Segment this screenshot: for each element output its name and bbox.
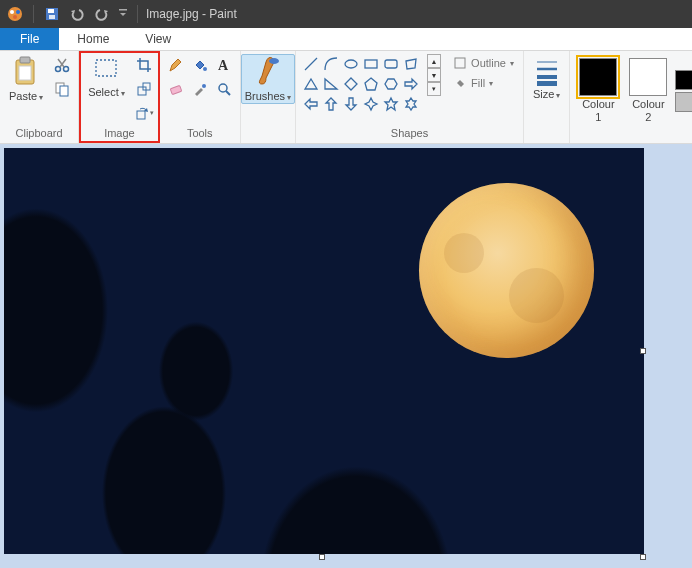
image-moon <box>419 183 594 358</box>
outline-menu[interactable]: Outline ▾ <box>449 54 518 72</box>
fill-menu[interactable]: Fill ▾ <box>449 74 518 92</box>
resize-handle-corner[interactable] <box>640 554 646 560</box>
canvas-area <box>0 144 692 554</box>
crop-icon[interactable] <box>133 54 155 76</box>
shape-diamond-icon <box>341 74 361 94</box>
colour2-swatch <box>629 58 667 96</box>
ribbon-tabs: File Home View <box>0 28 692 51</box>
svg-rect-7 <box>119 9 127 11</box>
shape-oval-icon <box>341 54 361 74</box>
magnifier-icon[interactable] <box>213 78 235 100</box>
colour-palette <box>675 70 692 112</box>
brushes-label: Brushes <box>245 90 291 102</box>
svg-rect-5 <box>48 9 54 13</box>
tab-view[interactable]: View <box>127 28 189 50</box>
shape-pentagon-icon <box>361 74 381 94</box>
paste-label: Paste <box>9 90 43 102</box>
outline-label: Outline <box>471 57 506 69</box>
shape-hexagon-icon <box>381 74 401 94</box>
redo-icon[interactable] <box>91 3 113 25</box>
select-button[interactable]: Select <box>84 54 129 100</box>
svg-rect-9 <box>20 57 30 63</box>
group-colours: Colour 1 Colour 2 <box>570 51 692 143</box>
canvas[interactable] <box>4 148 644 554</box>
svg-point-22 <box>202 84 206 88</box>
qat-customize-icon[interactable] <box>116 3 130 25</box>
swatch-lightgrey[interactable] <box>675 92 692 112</box>
shape-arrow-down-icon <box>341 94 361 114</box>
svg-rect-28 <box>455 58 465 68</box>
group-brushes: Brushes <box>241 51 296 143</box>
shape-rect-icon <box>361 54 381 74</box>
quick-access-toolbar <box>4 3 142 25</box>
clipboard-group-label: Clipboard <box>5 127 73 141</box>
colour1-button[interactable]: Colour 1 <box>575 56 621 124</box>
size-label: Size <box>533 88 560 100</box>
colour2-button[interactable]: Colour 2 <box>625 56 671 124</box>
shape-arrow-left-icon <box>301 94 321 114</box>
svg-point-11 <box>56 67 61 72</box>
title-bar: Image.jpg - Paint <box>0 0 692 28</box>
copy-icon[interactable] <box>51 78 73 100</box>
shape-right-triangle-icon <box>321 74 341 94</box>
svg-point-24 <box>269 58 279 64</box>
resize-icon[interactable] <box>133 78 155 100</box>
group-size: Size <box>524 51 570 143</box>
shapes-gallery[interactable] <box>301 54 421 114</box>
shape-star4-icon <box>361 94 381 114</box>
svg-rect-15 <box>96 60 116 76</box>
swatch-black[interactable] <box>675 70 692 90</box>
colour1-swatch <box>579 58 617 96</box>
text-icon[interactable]: A <box>213 54 235 76</box>
colour2-label: Colour 2 <box>629 98 667 122</box>
resize-handle-right[interactable] <box>640 348 646 354</box>
brushes-button[interactable]: Brushes <box>241 54 295 104</box>
shape-star6-icon <box>401 94 421 114</box>
shapes-more-icon[interactable]: ▾ <box>427 82 441 96</box>
svg-point-23 <box>219 84 227 92</box>
eraser-icon[interactable] <box>165 78 187 100</box>
cut-icon[interactable] <box>51 54 73 76</box>
shape-curve-icon <box>321 54 341 74</box>
image-group-label: Image <box>84 127 155 141</box>
ribbon: Paste Clipboard Select ▾ Image <box>0 51 692 144</box>
group-clipboard: Paste Clipboard <box>0 51 79 143</box>
resize-handle-bottom[interactable] <box>319 554 325 560</box>
shapes-scroll-down-icon[interactable]: ▼ <box>427 68 441 82</box>
rotate-icon[interactable]: ▾ <box>133 102 155 124</box>
fill-label: Fill <box>471 77 485 89</box>
save-icon[interactable] <box>41 3 63 25</box>
tools-group-label: Tools <box>165 127 235 141</box>
shapes-scroll-up-icon[interactable]: ▲ <box>427 54 441 68</box>
size-button[interactable]: Size <box>529 54 564 102</box>
tab-file[interactable]: File <box>0 28 59 50</box>
select-label: Select <box>88 86 125 98</box>
undo-icon[interactable] <box>66 3 88 25</box>
tab-home[interactable]: Home <box>59 28 127 50</box>
paste-button[interactable]: Paste <box>5 54 47 104</box>
color-picker-icon[interactable] <box>189 78 211 100</box>
colour1-label: Colour 1 <box>579 98 617 122</box>
svg-point-19 <box>203 67 207 71</box>
window-title: Image.jpg - Paint <box>146 7 237 21</box>
svg-point-12 <box>64 67 69 72</box>
shape-polygon-icon <box>401 54 421 74</box>
svg-point-25 <box>345 60 357 68</box>
svg-rect-26 <box>365 60 377 68</box>
svg-rect-21 <box>170 85 181 94</box>
svg-rect-10 <box>19 66 31 80</box>
svg-text:A: A <box>218 58 229 73</box>
fill-icon[interactable] <box>189 54 211 76</box>
shape-arrow-right-icon <box>401 74 421 94</box>
group-shapes: ▲ ▼ ▾ Outline ▾ Fill ▾ Shapes <box>296 51 524 143</box>
svg-rect-27 <box>385 60 397 68</box>
pencil-icon[interactable] <box>165 54 187 76</box>
app-icon[interactable] <box>4 3 26 25</box>
svg-point-2 <box>16 10 20 14</box>
svg-rect-18 <box>137 111 145 119</box>
svg-rect-14 <box>60 86 68 96</box>
shape-triangle-icon <box>301 74 321 94</box>
svg-rect-6 <box>49 15 55 19</box>
shapes-group-label: Shapes <box>301 127 518 141</box>
shape-roundrect-icon <box>381 54 401 74</box>
